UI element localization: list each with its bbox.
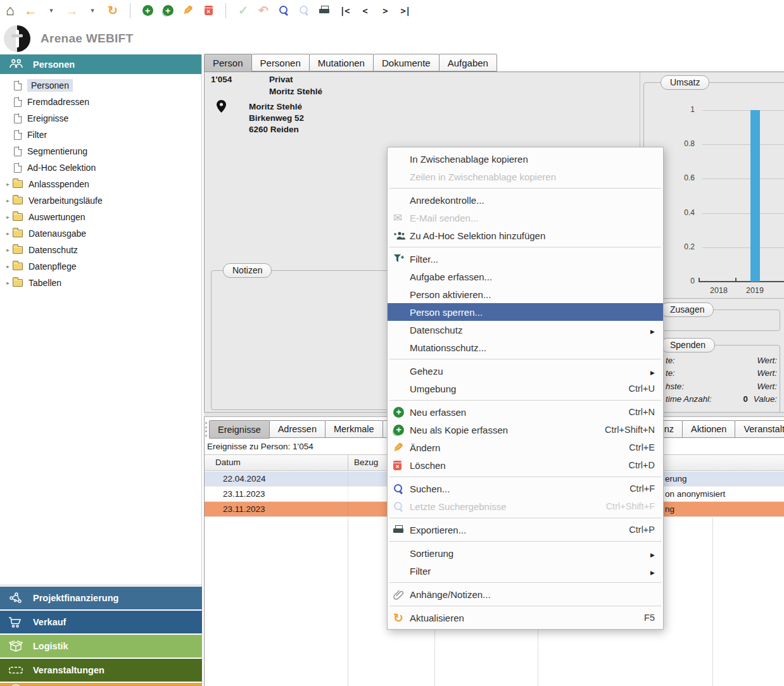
sidebar-item-datenpflege[interactable]: ▸Datenpflege	[0, 258, 201, 275]
sidebar-section-projektfinanzierung[interactable]: Projektfinanzierung	[0, 587, 202, 609]
page-icon	[14, 130, 22, 140]
menu-item-sortierung[interactable]: Sortierung	[388, 544, 662, 562]
back-button[interactable]	[24, 3, 37, 19]
search-icon	[279, 5, 289, 16]
tab-aktionen[interactable]: Aktionen	[682, 420, 735, 438]
menu-item-umgebung[interactable]: UmgebungCtrl+U	[388, 380, 662, 397]
menu-item-label: Person aktivieren...	[410, 289, 655, 300]
sidebar-item-segmentierung[interactable]: Segmentierung	[0, 143, 201, 159]
menu-item-neu-erfassen[interactable]: Neu erfassenCtrl+N	[388, 403, 662, 421]
tab-ereignisse[interactable]: Ereignisse	[209, 420, 270, 439]
chart-ytick-label: 0	[662, 277, 695, 285]
sidebar-section-verkauf[interactable]: Verkauf	[0, 611, 202, 633]
zusagen-panel-title: Zusagen	[661, 302, 714, 317]
menu-item-datenschutz[interactable]: Datenschutz	[388, 321, 662, 339]
menu-item-filter[interactable]: Filter	[388, 562, 662, 580]
menu-item-aktualisieren[interactable]: AktualisierenF5	[388, 609, 662, 627]
sidebar-item-ereignisse[interactable]: Ereignisse	[0, 110, 201, 127]
last-search-button	[298, 3, 310, 19]
chart-ytick-label: 0.2	[662, 242, 695, 251]
sidebar-item-ad-hoc-selektion[interactable]: Ad-Hoc Selektion	[0, 159, 201, 176]
spenden-row: te:Wert:	[666, 367, 777, 380]
sidebar-section-logistik[interactable]: Logistik	[0, 635, 202, 658]
menu-item-anredekontrolle[interactable]: Anredekontrolle...	[388, 191, 662, 209]
bottom-tab-bar-left: EreignisseAdressenMerkmaleBez	[209, 420, 415, 439]
umsatz-chart-panel: Umsatz 00.20.40.60.8120182019	[643, 82, 784, 299]
menu-item-gehezu[interactable]: Gehezu	[388, 362, 662, 380]
new-button[interactable]	[141, 3, 154, 19]
menu-item-neu-als-kopie-erfassen[interactable]: Neu als Kopie erfassenCtrl+Shift+N	[388, 421, 662, 439]
column-header-datum[interactable]: Datum	[215, 458, 241, 467]
sidebar-item-filter[interactable]: Filter	[0, 127, 201, 143]
sidebar-item-anlassspenden[interactable]: ▸Anlassspenden	[0, 176, 201, 192]
tab-adressen[interactable]: Adressen	[269, 420, 326, 438]
new-copy-icon	[163, 5, 174, 16]
zusagen-panel: Zusagen	[659, 309, 780, 331]
expand-caret-icon[interactable]: ▸	[4, 263, 12, 270]
menu-item-label: Gehezu	[410, 366, 650, 377]
menu-item-anhänge-notizen[interactable]: Anhänge/Notizen...	[388, 585, 662, 603]
menu-item-suchen[interactable]: Suchen...Ctrl+F	[388, 480, 662, 497]
forward-dropdown-button[interactable]	[86, 3, 99, 19]
print-icon	[319, 6, 329, 15]
tab-aufgaben[interactable]: Aufgaben	[439, 54, 497, 72]
tab-personen[interactable]: Personen	[251, 54, 310, 72]
sidebar-header-personen[interactable]: Personen	[0, 54, 201, 74]
tab-mutationen[interactable]: Mutationen	[309, 54, 374, 72]
expand-caret-icon[interactable]: ▸	[4, 230, 12, 237]
paperclip-icon	[393, 589, 404, 600]
menu-separator	[389, 606, 661, 606]
next-button[interactable]: >	[379, 3, 391, 19]
tab-merkmale[interactable]: Merkmale	[325, 420, 383, 438]
sidebar-item-datenausgabe[interactable]: ▸Datenausgabe	[0, 225, 201, 242]
home-button[interactable]	[4, 3, 16, 19]
expand-caret-icon[interactable]: ▸	[4, 280, 12, 286]
menu-item-mutationsschutz[interactable]: Mutationsschutz...	[388, 339, 662, 356]
print-button[interactable]	[318, 3, 331, 19]
new-copy-button[interactable]	[161, 3, 174, 19]
menu-item-zu-ad-hoc-selektion-hinzufügen[interactable]: Zu Ad-Hoc Selektion hinzufügen	[388, 227, 662, 244]
table-column-line	[712, 518, 713, 686]
edit-button[interactable]	[182, 3, 194, 19]
sidebar-section-veranstaltungen[interactable]: Veranstaltungen	[0, 659, 202, 682]
sidebar-item-fremdadressen[interactable]: Fremdadressen	[0, 94, 201, 110]
menu-item-ändern[interactable]: ÄndernCtrl+E	[388, 439, 662, 456]
page-icon	[14, 114, 22, 123]
menu-item-filter[interactable]: Filter...	[388, 250, 662, 268]
menu-item-aufgabe-erfassen[interactable]: Aufgabe erfassen...	[388, 268, 662, 285]
app-logo-icon	[4, 25, 30, 52]
sidebar-item-label: Ereignisse	[27, 113, 68, 123]
sidebar-section-partial[interactable]	[0, 683, 202, 686]
menu-separator	[389, 400, 661, 401]
refresh-button[interactable]	[106, 3, 119, 19]
sidebar-item-personen[interactable]: Personen	[0, 77, 201, 94]
sidebar-item-auswertungen[interactable]: ▸Auswertungen	[0, 209, 201, 225]
first-button[interactable]: |<	[338, 3, 351, 19]
expand-caret-icon[interactable]: ▸	[4, 214, 12, 220]
undo-button	[257, 3, 270, 19]
tab-dokumente[interactable]: Dokumente	[373, 54, 439, 72]
delete-button[interactable]	[202, 3, 215, 19]
sidebar-item-verarbeitungsläufe[interactable]: ▸Verarbeitungsläufe	[0, 192, 201, 209]
menu-item-person-aktivieren[interactable]: Person aktivieren...	[388, 285, 662, 303]
column-header-bezug[interactable]: Bezug	[354, 458, 378, 467]
sidebar-item-datenschutz[interactable]: ▸Datenschutz	[0, 242, 201, 258]
search-button[interactable]	[277, 3, 290, 19]
last-button[interactable]: >|	[399, 3, 412, 19]
tab-veranstalt[interactable]: Veranstalt	[735, 420, 784, 438]
previous-button[interactable]: <	[358, 3, 371, 19]
back-dropdown-button[interactable]	[45, 3, 58, 19]
sidebar-item-tabellen[interactable]: ▸Tabellen	[0, 275, 201, 291]
expand-caret-icon[interactable]: ▸	[4, 197, 12, 204]
menu-item-in-zwischenablage-kopieren[interactable]: In Zwischenablage kopieren	[388, 150, 662, 168]
menu-item-person-sperren[interactable]: Person sperren...	[388, 303, 663, 321]
tabbar-grip[interactable]	[205, 422, 207, 437]
expand-caret-icon[interactable]: ▸	[4, 181, 12, 187]
expand-caret-icon[interactable]: ▸	[4, 247, 12, 253]
tab-person[interactable]: Person	[204, 54, 252, 72]
folder-icon	[13, 180, 23, 188]
column-divider	[348, 502, 348, 516]
sidebar-section-label: Logistik	[33, 641, 68, 651]
menu-item-löschen[interactable]: LöschenCtrl+D	[388, 456, 662, 474]
menu-item-exportieren[interactable]: Exportieren...Ctrl+P	[388, 521, 662, 539]
